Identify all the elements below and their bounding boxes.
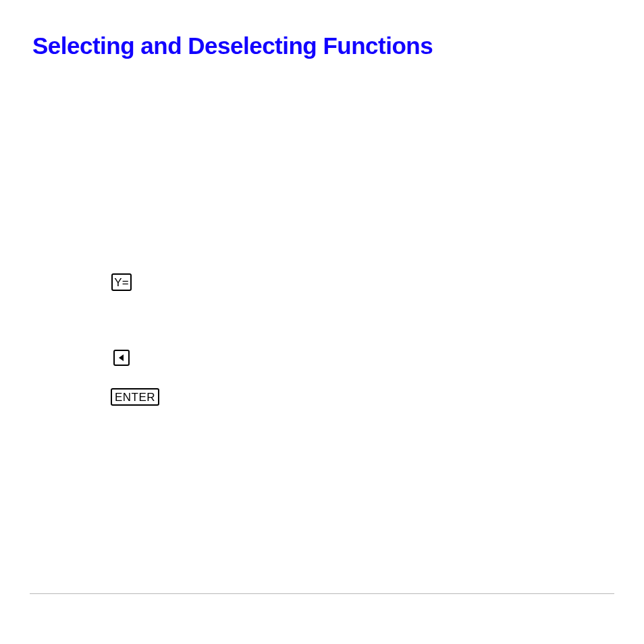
svg-marker-0 — [119, 354, 124, 361]
triangle-left-icon — [118, 354, 125, 362]
horizontal-rule — [30, 593, 614, 594]
key-y-equals: Y= — [111, 273, 132, 291]
section-title: Selecting and Deselecting Functions — [32, 32, 433, 59]
key-left-arrow — [113, 350, 130, 366]
key-enter: ENTER — [111, 388, 159, 406]
